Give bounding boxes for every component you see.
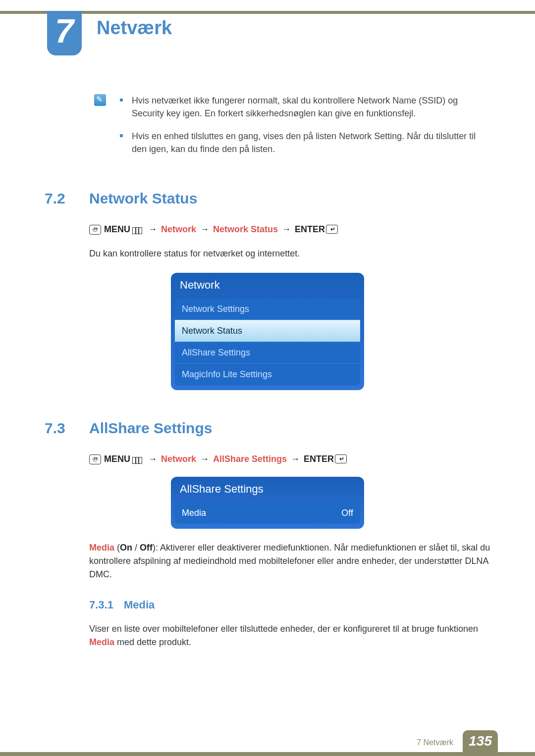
enter-icon: ↵: [335, 454, 347, 463]
footer-chapter-text: 7 Netværk: [417, 738, 453, 747]
section-body: Media (On / Off): Aktiverer eller deakti…: [89, 541, 490, 581]
breadcrumb-menu: MENU: [104, 224, 130, 235]
breadcrumb-item: Network: [161, 454, 196, 464]
network-menu-panel: Network Network Settings Network Status …: [171, 273, 364, 390]
note-item: Hvis netværket ikke fungerer normalt, sk…: [120, 94, 490, 120]
text: med dette produkt.: [114, 637, 191, 647]
menu-item-label: AllShare Settings: [182, 348, 250, 358]
subsection-number: 7.3.1: [89, 599, 124, 611]
chapter-title: Netværk: [97, 17, 172, 39]
menu-item[interactable]: Network Settings: [175, 299, 360, 320]
menu-item-label: Network Status: [182, 326, 242, 336]
text: ):: [153, 543, 160, 553]
arrow-icon: →: [200, 454, 209, 464]
arrow-icon: →: [291, 454, 300, 464]
enter-icon: ↵: [326, 225, 338, 234]
remote-icon: 🖑: [89, 454, 101, 464]
menu-grid-icon: [132, 227, 142, 234]
menu-item[interactable]: MagicInfo Lite Settings: [175, 363, 360, 385]
breadcrumb-enter: ENTER: [304, 454, 334, 464]
menu-item-label: MagicInfo Lite Settings: [182, 369, 272, 380]
menu-item-label: Network Settings: [182, 304, 249, 314]
text: Viser en liste over mobiltelefoner eller…: [89, 624, 478, 634]
footer-stripe: [0, 752, 535, 756]
text: /: [132, 543, 140, 553]
menu-item-value: Off: [341, 508, 353, 518]
chapter-number-badge: 7: [47, 11, 82, 55]
inline-term: Off: [140, 543, 153, 553]
section-number: 7.2: [45, 190, 89, 207]
breadcrumb-item: Network: [161, 224, 196, 235]
arrow-icon: →: [148, 224, 157, 235]
breadcrumb-item: AllShare Settings: [213, 454, 287, 464]
inline-term: Media: [89, 543, 114, 553]
remote-icon: 🖑: [89, 225, 101, 235]
menu-panel-title: Network: [171, 273, 364, 299]
menu-item[interactable]: AllShare Settings: [175, 342, 360, 363]
section-heading: 7.3 AllShare Settings: [45, 420, 490, 437]
breadcrumb-menu: MENU: [104, 454, 130, 464]
breadcrumb-item: Network Status: [213, 224, 278, 235]
note-block: Hvis netværket ikke fungerer normalt, sk…: [45, 94, 490, 165]
menu-item-label: Media: [182, 508, 206, 518]
inline-term: On: [120, 543, 132, 553]
section-body: Du kan kontrollere status for netværket …: [89, 247, 490, 260]
bullet-icon: [120, 134, 123, 137]
allshare-menu-panel: AllShare Settings Media Off: [171, 477, 364, 529]
arrow-icon: →: [200, 224, 209, 235]
breadcrumb: 🖑 MENU → Network → Network Status → ENTE…: [89, 224, 490, 235]
section-title: AllShare Settings: [89, 420, 212, 437]
subsection-body: Viser en liste over mobiltelefoner eller…: [89, 622, 490, 649]
page-number-badge: 135: [463, 730, 498, 752]
breadcrumb: 🖑 MENU → Network → AllShare Settings → E…: [89, 454, 490, 464]
subsection-title: Media: [124, 599, 155, 611]
arrow-icon: →: [282, 224, 291, 235]
menu-item[interactable]: Media Off: [175, 503, 360, 524]
arrow-icon: →: [148, 454, 157, 464]
menu-grid-icon: [132, 457, 142, 464]
menu-panel-title: AllShare Settings: [171, 477, 364, 503]
section-heading: 7.2 Network Status: [45, 190, 490, 207]
page-footer: 7 Netværk 135: [0, 731, 535, 756]
text: (: [114, 543, 120, 553]
section-number: 7.3: [45, 420, 89, 437]
section-title: Network Status: [89, 190, 197, 207]
note-text: Hvis en enhed tilsluttes en gang, vises …: [132, 130, 490, 155]
menu-item-selected[interactable]: Network Status: [175, 320, 360, 342]
note-item: Hvis en enhed tilsluttes en gang, vises …: [120, 130, 490, 155]
note-icon: [94, 94, 106, 106]
note-text: Hvis netværket ikke fungerer normalt, sk…: [132, 94, 490, 120]
inline-term: Media: [89, 637, 114, 647]
breadcrumb-enter: ENTER: [295, 224, 325, 235]
bullet-icon: [120, 99, 123, 101]
subsection-heading: 7.3.1 Media: [89, 599, 490, 611]
